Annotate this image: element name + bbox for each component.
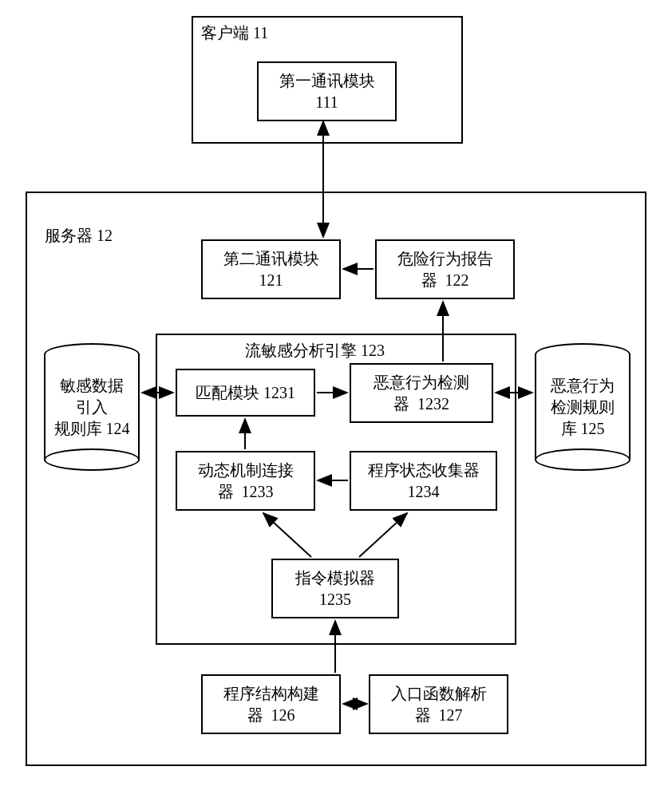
engine-title: 流敏感分析引擎 123 <box>245 340 385 361</box>
entry-parser: 入口函数解析 器 127 <box>369 674 508 734</box>
malicious-detector: 恶意行为检测 器 1232 <box>350 363 493 423</box>
client-title: 客户端 11 <box>201 22 268 44</box>
dynamic-linker: 动态机制连接 器 1233 <box>176 451 315 511</box>
comm-module-2: 第二通讯模块 121 <box>201 239 341 299</box>
danger-reporter: 危险行为报告 器 122 <box>375 239 515 299</box>
client-container: 客户端 11 第一通讯模块 111 <box>192 16 463 144</box>
match-module: 匹配模块 1231 <box>176 369 315 417</box>
instruction-simulator: 指令模拟器 1235 <box>271 559 399 618</box>
sensitive-data-db: 敏感数据 引入 规则库 124 <box>44 343 140 471</box>
comm-module-1: 第一通讯模块 111 <box>257 61 397 121</box>
state-collector: 程序状态收集器 1234 <box>350 451 497 511</box>
program-builder: 程序结构构建 器 126 <box>201 674 341 734</box>
diagram-canvas: 客户端 11 第一通讯模块 111 服务器 12 第二通讯模块 121 危险行为… <box>0 0 672 798</box>
server-title: 服务器 12 <box>45 225 113 247</box>
malicious-rules-db: 恶意行为 检测规则 库 125 <box>535 343 630 471</box>
